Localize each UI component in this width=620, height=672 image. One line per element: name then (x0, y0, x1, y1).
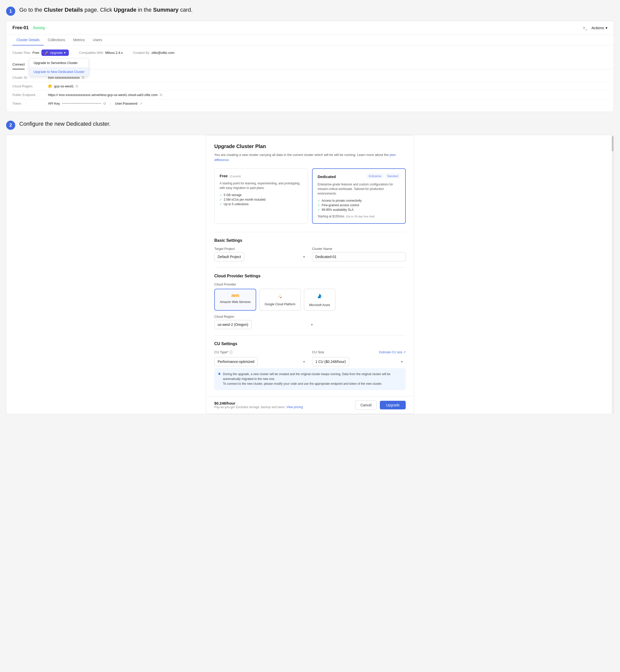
tab-collections[interactable]: Collections (44, 35, 69, 45)
public-endpoint-label: Public Endpoint (12, 93, 43, 97)
upgrade-button[interactable]: 🚀 Upgrade ▾ (41, 50, 69, 56)
enterprise-tag: Enterprise (367, 174, 383, 178)
provider-aws-button[interactable]: aws Amazon Web Services (214, 289, 256, 310)
user-password-label: User:Password (115, 102, 137, 105)
free-plan-desc: A starting point for learning, experimen… (220, 181, 303, 190)
feature-item: 99.95% availability SLA (318, 208, 400, 211)
bottom-buttons: Cancel Upgrade (355, 400, 406, 410)
cu-size-select[interactable]: 1 CU ($0.248/hour) (312, 357, 349, 366)
actions-button[interactable]: Actions ▾ (591, 26, 608, 30)
chevron-down-icon: ▾ (606, 26, 608, 30)
dedicated-plan-box: Dedicated Enterprise Standard Enterprise… (312, 169, 406, 224)
feature-item: Up to 5 collections (220, 202, 303, 206)
external-link-icon[interactable]: ↗ (139, 102, 143, 106)
cloud-region-value: ☁ gcp-us-west1 ⧉ (48, 84, 78, 88)
upgrade-form-card: Upgrade Cluster Plan You are creating a … (6, 135, 614, 414)
target-project-group: Target Project Default Project (214, 247, 308, 261)
provider-azure-button[interactable]: Microsoft Azure (304, 289, 335, 310)
cloud-region-select[interactable]: us-west-2 (Oregon) (214, 320, 252, 329)
tab-connect[interactable]: Connect (12, 60, 24, 69)
upgrade-submit-button[interactable]: Upgrade (380, 401, 406, 410)
cu-type-select[interactable]: Performance-optimized (214, 357, 258, 366)
copy-icon[interactable]: ⧉ (103, 101, 106, 106)
main-tabs: Cluster Details Collections Metrics User… (6, 35, 614, 45)
tab-users[interactable]: Users (89, 35, 106, 45)
cu-type-group: CU Type* i Performance-optimized (214, 350, 308, 366)
view-pricing-link[interactable]: View pricing (287, 405, 303, 409)
upgrade-inner: Upgrade Cluster Plan You are creating a … (206, 135, 414, 414)
cloud-region-form-label: Cloud Region (214, 315, 316, 319)
conn-row-cloud-region: Cloud Region ☁ gcp-us-west1 ⧉ (12, 82, 608, 91)
rocket-icon: 🚀 (44, 51, 49, 55)
upgrade-info-box: During the upgrade, a new cluster will b… (214, 368, 406, 390)
free-plan-tag: (Current) (230, 175, 241, 178)
info-dot (218, 373, 220, 375)
cluster-name-input[interactable] (312, 252, 406, 261)
step2-text: Configure the new Dedicated cluster. (19, 120, 111, 128)
scrollbar-thumb (612, 136, 613, 151)
cloud-provider-label: Cloud Provider (214, 282, 406, 286)
cloud-region-select-wrapper: us-west-2 (Oregon) (214, 320, 316, 329)
cluster-plan-value: Free (33, 51, 39, 55)
target-project-select[interactable]: Default Project (214, 252, 244, 261)
dropdown-item-serverless[interactable]: Upgrade to Serverless Cluster (30, 58, 89, 67)
cloud-region-label: Cloud Region (12, 84, 43, 88)
step2-circle: 2 (6, 121, 15, 130)
copy-icon[interactable]: ⧉ (160, 93, 162, 97)
aws-logo: aws (231, 293, 239, 298)
cluster-header: Free-01 Running >_ Actions ▾ (6, 21, 614, 35)
target-project-select-wrapper: Default Project (214, 252, 308, 261)
basic-settings-form: Target Project Default Project Cluster N… (214, 247, 406, 261)
cluster-name-label: Cluster Name (312, 247, 406, 251)
price-main: $0.248/hour (214, 401, 303, 405)
conn-row-cluster-id: Cluster ID inxx-xxxxxxxxxxxxxxx ⧉ (12, 74, 608, 82)
tab-metrics[interactable]: Metrics (69, 35, 89, 45)
cluster-card: Free-01 Running >_ Actions ▾ Cluster Det… (6, 21, 614, 112)
azure-label: Microsoft Azure (309, 303, 330, 307)
feature-item: Fine-grained access control (318, 203, 400, 207)
cluster-title: Free-01 Running (12, 25, 47, 31)
cu-type-select-wrapper: Performance-optimized (214, 357, 308, 366)
price-note: Pay-as-you-go! Excludes storage, backup … (214, 405, 303, 409)
copy-icon[interactable]: ⧉ (76, 84, 78, 88)
scrollbar-track[interactable] (612, 135, 614, 414)
basic-settings-title: Basic Settings (214, 238, 406, 243)
gcp-logo (276, 293, 283, 300)
dedicated-plan-name: Dedicated (318, 175, 336, 179)
provider-gcp-button[interactable]: Google Cloud Platform (259, 289, 301, 310)
dropdown-item-dedicated[interactable]: Upgrade to New Dedicated Cluster (30, 67, 89, 76)
estimate-cu-link[interactable]: Estimate CU size ↗ (379, 350, 406, 354)
upgrade-dropdown: Upgrade to Serverless Cluster Upgrade to… (29, 58, 89, 77)
plan-comparison: Free (Current) A starting point for lear… (214, 169, 406, 224)
created-by-group: Created By zilliz@zilliz.com (133, 51, 174, 55)
conn-row-token: Token API Key ••••••••••••••••••••••••••… (12, 99, 608, 108)
target-project-label: Target Project (214, 247, 308, 251)
step2-header: 2 Configure the new Dedicated cluster. (6, 120, 614, 130)
terminal-icon[interactable]: >_ (583, 26, 587, 30)
upgrade-info-text: During the upgrade, a new cluster will b… (223, 372, 402, 387)
gcp-icon: ☁ (48, 84, 52, 88)
step1-text: Go to the Cluster Details page. Click Up… (19, 6, 193, 14)
cu-type-label-row: CU Type* i (214, 350, 308, 354)
created-label: Created By (133, 51, 149, 55)
token-value: API Key •••••••••••••••••••••••••••• ⧉ |… (48, 101, 143, 106)
cancel-button[interactable]: Cancel (355, 400, 377, 410)
cu-settings-title: CU Settings (214, 342, 406, 346)
feature-item: 5 GB storage (220, 193, 303, 197)
cu-settings-grid: CU Type* i Performance-optimized CU Size… (214, 350, 406, 366)
api-key-label: API Key (48, 102, 60, 105)
upgrade-title: Upgrade Cluster Plan (214, 143, 406, 149)
gcp-label: Google Cloud Platform (265, 302, 295, 306)
cu-size-group: CU Size Estimate CU size ↗ 1 CU ($0.248/… (312, 350, 406, 366)
conn-details: Cluster ID inxx-xxxxxxxxxxxxxxx ⧉ Cloud … (6, 69, 614, 112)
tab-cluster-details[interactable]: Cluster Details (12, 35, 44, 45)
svg-text:☁: ☁ (49, 85, 51, 88)
cloud-region-form-group: Cloud Region us-west-2 (Oregon) (214, 315, 316, 329)
svg-point-3 (279, 295, 281, 297)
feature-item: 2.5M vCUs per month included (220, 198, 303, 201)
cluster-name: Free-01 (12, 25, 29, 31)
connect-tabs: Connect Connection Guide (6, 60, 614, 69)
free-plan-features: 5 GB storage 2.5M vCUs per month include… (220, 193, 303, 206)
step1-header: 1 Go to the Cluster Details page. Click … (6, 6, 614, 16)
chevron-down-icon: ▾ (64, 51, 66, 55)
